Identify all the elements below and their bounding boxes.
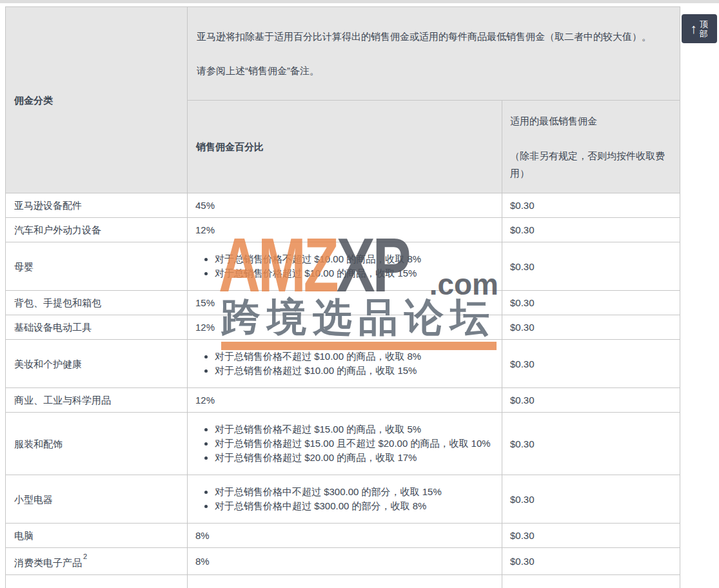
table-row: 亚马逊设备配件 45% $0.30 [6, 193, 680, 218]
rate-value: 8% [195, 556, 210, 567]
rate-cell: 8% [188, 524, 502, 548]
category-cell: 基础设备电动工具 [6, 315, 188, 340]
rate-value: 12% [195, 322, 215, 333]
rate-cell: 8% [188, 548, 502, 575]
rate-cell: 45% [188, 193, 502, 218]
rate-bullet-item: 对于总销售价格中超过 $300.00 的部分，收取 8% [215, 499, 494, 513]
category-cell: 电脑 [6, 524, 188, 548]
rate-value: 15% [195, 297, 215, 308]
commission-description-line2: 请参阅上述“销售佣金”备注。 [197, 62, 671, 79]
minimum-cell: $0.30 [502, 291, 680, 315]
table-row: 美妆和个护健康 对于总销售价格不超过 $10.00 的商品，收取 8%对于总销售… [6, 340, 680, 388]
arrow-up-icon: ↑ [690, 22, 697, 35]
category-label: 小型电器 [14, 494, 53, 505]
rate-bullet-item: 对于总销售价格中不超过 $300.00 的部分，收取 15% [215, 485, 494, 499]
minimum-cell: $0.30 [502, 524, 680, 548]
table-row: 小型电器 对于总销售价格中不超过 $300.00 的部分，收取 15%对于总销售… [6, 475, 680, 524]
rate-cell: 15% [188, 291, 502, 315]
category-cell: 消费类电子产品2 [6, 548, 188, 575]
rate-bullet-item: 对于总销售价格不超过 $15.00 的商品，收取 5% [215, 422, 494, 436]
rate-bullet-item: 对于总销售价格超过 $10.00 的商品，收取 15% [215, 364, 494, 378]
category-column-header: 佣金分类 [6, 7, 188, 193]
minimum-column-note: （除非另有规定，否则均按件收取费用） [510, 147, 672, 182]
partial-next-row [6, 575, 680, 588]
rate-bullet-item: 对于总销售价格不超过 $10.00 的商品，收取 8% [215, 349, 494, 364]
minimum-cell: $0.30 [502, 340, 680, 388]
table-header: 佣金分类 亚马逊将扣除基于适用百分比计算得出的销售佣金或适用的每件商品最低销售佣… [6, 7, 680, 193]
category-cell: 小型电器 [6, 475, 188, 524]
minimum-cell: $0.30 [502, 548, 680, 575]
category-label: 背包、手提包和箱包 [14, 297, 101, 308]
rate-cell: 对于总销售价格不超过 $10.00 的商品，收取 8%对于总销售价格超过 $10… [188, 242, 502, 291]
table-row: 母婴 对于总销售价格不超过 $10.00 的商品，收取 8%对于总销售价格超过 … [6, 242, 680, 291]
category-label: 汽车和户外动力设备 [14, 224, 101, 235]
table-row: 消费类电子产品2 8% $0.30 [6, 548, 680, 575]
table-row: 背包、手提包和箱包 15% $0.30 [6, 291, 680, 315]
minimum-cell: $0.30 [502, 242, 680, 291]
minimum-cell: $0.30 [502, 413, 680, 475]
rate-cell: 12% [188, 218, 502, 242]
category-label: 服装和配饰 [14, 438, 63, 449]
rate-bullet-list: 对于总销售价格中不超过 $300.00 的部分，收取 15%对于总销售价格中超过… [195, 485, 494, 513]
category-cell: 商业、工业与科学用品 [6, 388, 188, 413]
back-to-top-label: 顶部 [699, 19, 709, 39]
commission-fee-table: 佣金分类 亚马逊将扣除基于适用百分比计算得出的销售佣金或适用的每件商品最低销售佣… [5, 6, 680, 588]
rate-value: 45% [195, 200, 215, 211]
category-cell: 母婴 [6, 242, 188, 291]
category-label: 消费类电子产品 [14, 557, 82, 568]
back-to-top-button[interactable]: ↑ 顶部 [682, 14, 717, 43]
commission-description-cell: 亚马逊将扣除基于适用百分比计算得出的销售佣金或适用的每件商品最低销售佣金（取二者… [188, 7, 680, 101]
category-cell: 背包、手提包和箱包 [6, 291, 188, 315]
category-cell: 亚马逊设备配件 [6, 193, 188, 218]
rate-value: 12% [195, 395, 215, 406]
category-cell: 美妆和个护健康 [6, 340, 188, 388]
category-label: 亚马逊设备配件 [14, 200, 82, 211]
category-label: 电脑 [14, 530, 34, 541]
rate-value: 12% [195, 224, 215, 235]
minimum-cell: $0.30 [502, 218, 680, 242]
table-row: 电脑 8% $0.30 [6, 524, 680, 548]
rate-cell: 对于总销售价格中不超过 $300.00 的部分，收取 15%对于总销售价格中超过… [188, 475, 502, 524]
minimum-column-header: 适用的最低销售佣金 （除非另有规定，否则均按件收取费用） [502, 101, 680, 193]
rate-bullet-item: 对于总销售价格超过 $10.00 的商品，收取 15% [215, 266, 494, 280]
rate-bullet-item: 对于总销售价格超过 $20.00 的商品，收取 17% [215, 451, 494, 465]
table-row: 商业、工业与科学用品 12% $0.30 [6, 388, 680, 413]
minimum-cell: $0.30 [502, 475, 680, 524]
footnote-superscript: 2 [83, 553, 87, 560]
table-row: 汽车和户外动力设备 12% $0.30 [6, 218, 680, 242]
category-cell: 汽车和户外动力设备 [6, 218, 188, 242]
commission-description-line1: 亚马逊将扣除基于适用百分比计算得出的销售佣金或适用的每件商品最低销售佣金（取二者… [197, 28, 671, 45]
minimum-column-title: 适用的最低销售佣金 [510, 112, 672, 130]
category-label: 母婴 [14, 261, 34, 272]
rate-cell: 12% [188, 315, 502, 340]
table-body: 亚马逊设备配件 45% $0.30 汽车和户外动力设备 12% $0.30 母婴… [6, 193, 680, 575]
category-label: 美妆和个护健康 [14, 358, 82, 369]
rate-bullet-item: 对于总销售价格超过 $15.00 且不超过 $20.00 的商品，收取 10% [215, 436, 494, 451]
category-cell: 服装和配饰 [6, 413, 188, 475]
rate-bullet-list: 对于总销售价格不超过 $10.00 的商品，收取 8%对于总销售价格超过 $10… [195, 349, 494, 378]
minimum-cell: $0.30 [502, 315, 680, 340]
table-row: 基础设备电动工具 12% $0.30 [6, 315, 680, 340]
minimum-cell: $0.30 [502, 193, 680, 218]
rate-bullet-item: 对于总销售价格不超过 $10.00 的商品，收取 8% [215, 252, 494, 266]
rate-bullet-list: 对于总销售价格不超过 $10.00 的商品，收取 8%对于总销售价格超过 $10… [195, 252, 494, 280]
rate-bullet-list: 对于总销售价格不超过 $15.00 的商品，收取 5%对于总销售价格超过 $15… [195, 422, 494, 465]
top-divider [0, 0, 719, 3]
rate-value: 8% [195, 530, 210, 541]
percentage-column-header: 销售佣金百分比 [188, 101, 502, 193]
category-label: 商业、工业与科学用品 [14, 395, 111, 406]
minimum-cell: $0.30 [502, 388, 680, 413]
rate-cell: 12% [188, 388, 502, 413]
table-row: 服装和配饰 对于总销售价格不超过 $15.00 的商品，收取 5%对于总销售价格… [6, 413, 680, 475]
rate-cell: 对于总销售价格不超过 $10.00 的商品，收取 8%对于总销售价格超过 $10… [188, 340, 502, 388]
category-label: 基础设备电动工具 [14, 322, 92, 333]
rate-cell: 对于总销售价格不超过 $15.00 的商品，收取 5%对于总销售价格超过 $15… [188, 413, 502, 475]
